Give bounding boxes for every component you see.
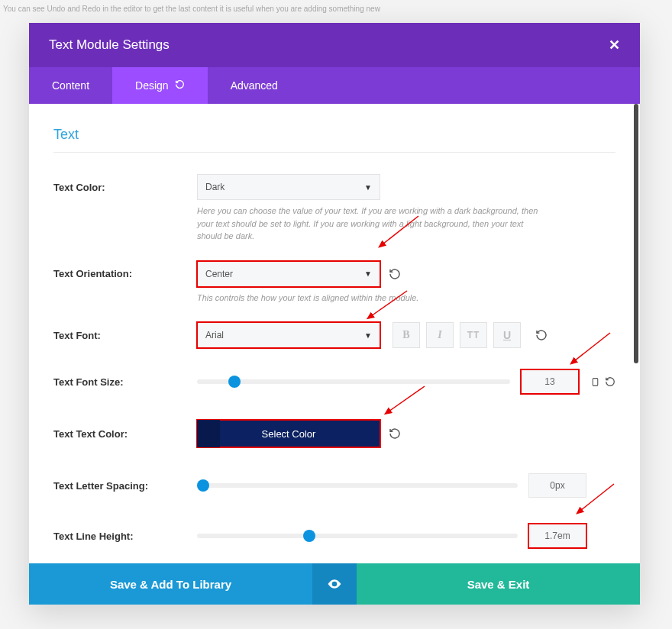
uppercase-button[interactable]: TT bbox=[460, 322, 487, 348]
save-add-library-button[interactable]: Save & Add To Library bbox=[29, 563, 312, 605]
chevron-down-icon: ▼ bbox=[364, 183, 372, 192]
modal-header: Text Module Settings ✕ bbox=[29, 23, 640, 67]
row-line-height: Text Line Height: 1.7em bbox=[53, 524, 615, 548]
select-font[interactable]: Arial ▼ bbox=[197, 322, 380, 348]
slider-letter-spacing[interactable] bbox=[197, 483, 518, 488]
select-orientation[interactable]: Center ▼ bbox=[197, 261, 380, 287]
reset-orientation-icon[interactable] bbox=[388, 267, 402, 281]
reset-text-text-color-icon[interactable] bbox=[388, 427, 402, 440]
color-swatch bbox=[197, 420, 220, 447]
input-letter-spacing[interactable]: 0px bbox=[528, 473, 586, 498]
row-letter-spacing: Text Letter Spacing: 0px bbox=[53, 473, 615, 498]
row-text-text-color: Text Text Color: Select Color bbox=[53, 420, 615, 447]
modal-body: Text Text Color: Dark ▼ Here you can cho… bbox=[29, 104, 640, 563]
tab-advanced[interactable]: Advanced bbox=[208, 67, 301, 104]
label-text-color: Text Color: bbox=[53, 182, 197, 193]
responsive-icon[interactable] bbox=[590, 376, 600, 387]
select-color-label: Select Color bbox=[262, 428, 316, 440]
background-hint-text: You can see Undo and Redo in the editor … bbox=[3, 5, 380, 13]
label-orientation: Text Orientation: bbox=[53, 268, 197, 279]
row-font-size: Text Font Size: 13 bbox=[53, 369, 615, 394]
tab-design-label: Design bbox=[135, 79, 169, 92]
reset-font-size-icon[interactable] bbox=[605, 376, 615, 387]
scrollbar-thumb[interactable] bbox=[634, 104, 638, 363]
slider-line-height[interactable] bbox=[197, 534, 518, 538]
label-letter-spacing: Text Letter Spacing: bbox=[53, 480, 197, 492]
tab-content[interactable]: Content bbox=[29, 67, 112, 104]
label-text-text-color: Text Text Color: bbox=[53, 428, 197, 440]
row-font: Text Font: Arial ▼ B I TT U bbox=[53, 322, 615, 348]
italic-button[interactable]: I bbox=[426, 322, 454, 348]
select-font-value: Arial bbox=[205, 330, 224, 340]
reset-font-icon[interactable] bbox=[535, 328, 548, 342]
save-exit-button[interactable]: Save & Exit bbox=[357, 563, 640, 605]
select-text-color-value: Dark bbox=[205, 182, 225, 192]
label-font: Text Font: bbox=[53, 330, 197, 341]
section-title-text: Text bbox=[53, 127, 615, 153]
help-text-color: Here you can choose the value of your te… bbox=[197, 205, 548, 243]
underline-button[interactable]: U bbox=[493, 322, 521, 348]
slider-thumb-font-size[interactable] bbox=[228, 376, 241, 388]
label-line-height: Text Line Height: bbox=[53, 531, 197, 542]
scrollbar[interactable] bbox=[634, 104, 638, 563]
bold-button[interactable]: B bbox=[393, 322, 420, 348]
reset-icon bbox=[175, 79, 185, 92]
row-orientation: Text Orientation: Center ▼ bbox=[53, 261, 615, 287]
slider-thumb-letter-spacing[interactable] bbox=[197, 479, 209, 492]
row-text-color: Text Color: Dark ▼ bbox=[53, 174, 615, 200]
close-icon[interactable]: ✕ bbox=[609, 37, 620, 53]
input-line-height[interactable]: 1.7em bbox=[528, 524, 586, 548]
label-font-size: Text Font Size: bbox=[53, 376, 197, 388]
format-buttons: B I TT U bbox=[393, 322, 521, 348]
modal-title: Text Module Settings bbox=[49, 37, 170, 53]
slider-thumb-line-height[interactable] bbox=[303, 530, 315, 542]
input-font-size[interactable]: 13 bbox=[521, 369, 579, 394]
help-orientation: This controls the how your text is align… bbox=[197, 292, 548, 305]
svg-point-6 bbox=[333, 582, 335, 585]
select-text-color[interactable]: Dark ▼ bbox=[197, 174, 380, 200]
slider-font-size[interactable] bbox=[197, 379, 510, 384]
preview-button[interactable] bbox=[312, 563, 357, 605]
select-color-button[interactable]: Select Color bbox=[197, 420, 380, 447]
tab-design[interactable]: Design bbox=[112, 67, 208, 104]
chevron-down-icon: ▼ bbox=[364, 269, 372, 278]
settings-modal: Text Module Settings ✕ Content Design Ad… bbox=[29, 23, 640, 605]
tabs-bar: Content Design Advanced bbox=[29, 67, 640, 104]
chevron-down-icon: ▼ bbox=[364, 331, 372, 340]
select-orientation-value: Center bbox=[205, 269, 233, 279]
svg-rect-0 bbox=[593, 378, 598, 385]
modal-footer: Save & Add To Library Save & Exit bbox=[29, 563, 640, 605]
